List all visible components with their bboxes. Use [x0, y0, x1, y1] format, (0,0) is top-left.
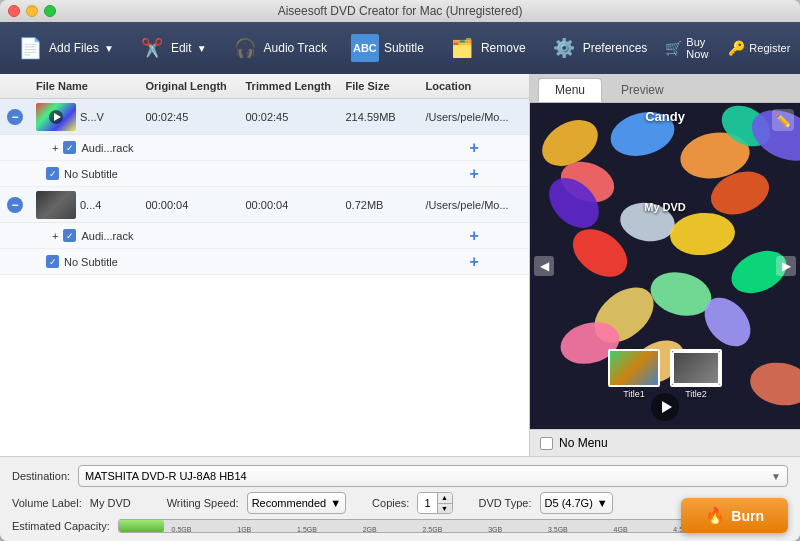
audio-checkbox-2[interactable]: ✓	[63, 229, 76, 242]
buy-now-button[interactable]: 🛒 Buy Now	[657, 32, 716, 64]
destination-select[interactable]: MATSHITA DVD-R UJ-8A8 HB14 ▼	[78, 465, 788, 487]
file-list: − S...V 00:02:45 00:02:4	[0, 99, 529, 456]
tab-menu[interactable]: Menu	[538, 78, 602, 102]
subtitle-label-2: No Subtitle	[64, 256, 118, 268]
add-subtitle-btn-2[interactable]: +	[466, 253, 483, 271]
edit-button[interactable]: ✂️ Edit ▼	[130, 30, 215, 66]
table-row[interactable]: − S...V 00:02:45 00:02:4	[0, 99, 529, 135]
add-files-button[interactable]: 📄 Add Files ▼	[8, 30, 122, 66]
spinner-down[interactable]: ▼	[438, 504, 452, 515]
writing-speed-select[interactable]: Recommended ▼	[247, 492, 346, 514]
mark-3.5gb: 3.5GB	[548, 526, 568, 533]
add-files-icon: 📄	[16, 34, 44, 62]
col-size: File Size	[340, 77, 420, 95]
thumb-2[interactable]: Title2	[670, 349, 722, 399]
no-menu-row: No Menu	[530, 429, 800, 456]
remove-button[interactable]: 🗂️ Remove	[440, 30, 534, 66]
destination-label: Destination:	[12, 470, 70, 482]
table-row[interactable]: − 0...4 00:00:04 00:00:04 0.72MB /Users/…	[0, 187, 529, 223]
preferences-icon: ⚙️	[550, 34, 578, 62]
mark-2gb: 2GB	[363, 526, 377, 533]
next-arrow[interactable]: ▶	[776, 256, 796, 276]
speed-arrow-icon: ▼	[330, 497, 341, 509]
file-size: 214.59MB	[340, 108, 420, 126]
preview-panel: Menu Preview	[530, 74, 800, 456]
file-location-2: /Users/pele/Mo...	[420, 196, 530, 214]
edit-menu-btn[interactable]: ✏️	[772, 109, 794, 131]
mark-0.5gb: 0.5GB	[172, 526, 192, 533]
prev-arrow[interactable]: ◀	[534, 256, 554, 276]
file-thumbnail	[36, 103, 76, 131]
settings-row: Volume Label: My DVD Writing Speed: Reco…	[12, 492, 788, 514]
audio-icon: 🎧	[231, 34, 259, 62]
subtitle-checkbox-2[interactable]: ✓	[46, 255, 59, 268]
thumb-1[interactable]: Title1	[608, 349, 660, 399]
remove-icon: 🗂️	[448, 34, 476, 62]
writing-speed-label: Writing Speed:	[167, 497, 239, 509]
capacity-bar: 0.5GB 1GB 1.5GB 2GB 2.5GB 3GB 3.5GB 4GB …	[118, 519, 690, 533]
play-icon	[54, 113, 61, 121]
mark-1.5gb: 1.5GB	[297, 526, 317, 533]
trimmed-length: 00:02:45	[240, 108, 340, 126]
mark-1gb: 1GB	[237, 526, 251, 533]
bottom-panel-inner: Destination: MATSHITA DVD-R UJ-8A8 HB14 …	[0, 456, 800, 541]
dvd-type-select[interactable]: D5 (4.7G) ▼	[540, 492, 613, 514]
burn-button[interactable]: 🔥 Burn	[681, 498, 788, 533]
dvd-type-label: DVD Type:	[479, 497, 532, 509]
dvd-type-arrow-icon: ▼	[597, 497, 608, 509]
no-menu-label: No Menu	[559, 436, 608, 450]
audio-track-label: Audi...rack	[81, 142, 133, 154]
volume-label: Volume Label:	[12, 497, 82, 509]
volume-value: My DVD	[90, 497, 131, 509]
toolbar-right: 🛒 Buy Now 🔑 Register	[657, 32, 798, 64]
select-arrow-icon: ▼	[771, 471, 781, 482]
dvd-label: My DVD	[644, 201, 686, 213]
subtitle-button[interactable]: ABC Subtitle	[343, 30, 432, 66]
audio-sub-row-2: + ✓ Audi...rack +	[0, 223, 529, 249]
mark-3gb: 3GB	[488, 526, 502, 533]
thumb-img-1	[608, 349, 660, 387]
audio-sub-row: + ✓ Audi...rack +	[0, 135, 529, 161]
file-location: /Users/pele/Mo...	[420, 108, 530, 126]
audio-checkbox[interactable]: ✓	[63, 141, 76, 154]
subtitle-sub-row: ✓ No Subtitle +	[0, 161, 529, 187]
col-location: Location	[420, 77, 530, 95]
preview-content: ◀ ▶ Candy ✏️ My DVD Title1	[530, 103, 800, 429]
remove-row-btn[interactable]: −	[7, 109, 23, 125]
capacity-label: Estimated Capacity:	[12, 520, 110, 532]
add-audio-btn[interactable]: +	[466, 139, 483, 157]
play-overlay	[49, 110, 63, 124]
edit-icon: ✂️	[138, 34, 166, 62]
tab-preview[interactable]: Preview	[604, 78, 681, 102]
preview-tabs: Menu Preview	[530, 74, 800, 103]
no-menu-checkbox[interactable]	[540, 437, 553, 450]
copies-label: Copies:	[372, 497, 409, 509]
file-list-header: File Name Original Length Trimmed Length…	[0, 74, 529, 99]
file-name-2: 0...4	[80, 199, 101, 211]
original-length-2: 00:00:04	[140, 196, 240, 214]
add-audio-btn-2[interactable]: +	[466, 227, 483, 245]
close-button[interactable]	[8, 5, 20, 17]
audio-track-button[interactable]: 🎧 Audio Track	[223, 30, 335, 66]
play-center-btn[interactable]	[651, 393, 679, 421]
capacity-fill	[119, 520, 165, 532]
audio-track-label-2: Audi...rack	[81, 230, 133, 242]
minimize-button[interactable]	[26, 5, 38, 17]
mark-4gb: 4GB	[614, 526, 628, 533]
thumb-label-2: Title2	[685, 389, 707, 399]
remove-row-btn-2[interactable]: −	[7, 197, 23, 213]
col-filename: File Name	[30, 77, 140, 95]
spinner-up[interactable]: ▲	[438, 492, 452, 504]
maximize-button[interactable]	[44, 5, 56, 17]
thumb-label-1: Title1	[623, 389, 645, 399]
register-button[interactable]: 🔑 Register	[720, 36, 798, 60]
flame-icon: 🔥	[705, 506, 725, 525]
trimmed-length-2: 00:00:04	[240, 196, 340, 214]
subtitle-checkbox[interactable]: ✓	[46, 167, 59, 180]
add-subtitle-btn[interactable]: +	[466, 165, 483, 183]
subtitle-label: No Subtitle	[64, 168, 118, 180]
preferences-button[interactable]: ⚙️ Preferences	[542, 30, 656, 66]
original-length: 00:02:45	[140, 108, 240, 126]
copies-spinner[interactable]: 1 ▲ ▼	[417, 492, 452, 514]
file-panel: File Name Original Length Trimmed Length…	[0, 74, 530, 456]
